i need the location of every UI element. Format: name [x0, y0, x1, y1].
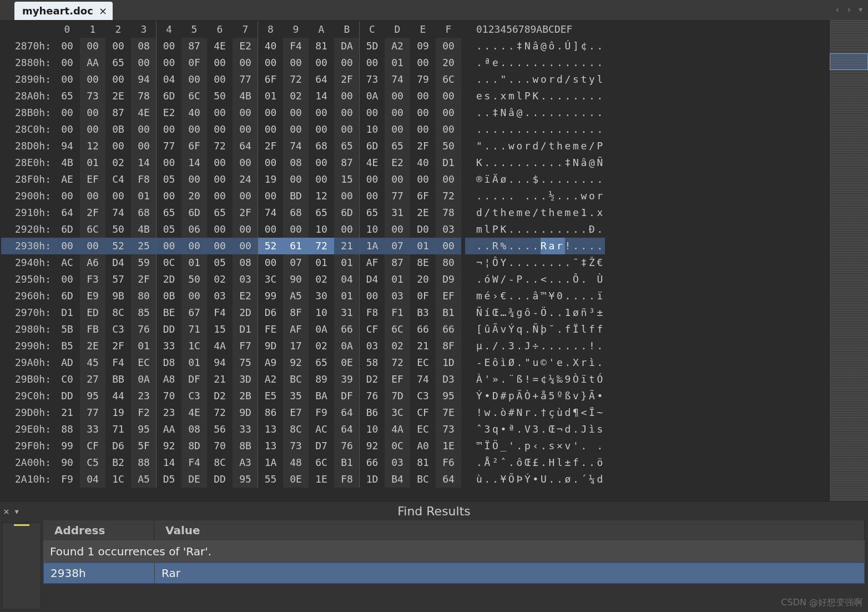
hex-row[interactable]: 2980h:5BFBC376DD7115D1FEAF0A66CF6C6666[û… — [1, 321, 829, 338]
hex-byte[interactable]: 66 — [334, 321, 360, 338]
find-close-icon[interactable]: × — [3, 505, 9, 517]
hex-byte[interactable]: 00 — [156, 54, 181, 71]
hex-byte[interactable]: 00 — [207, 188, 233, 204]
hex-byte[interactable]: 78 — [436, 204, 461, 221]
hex-byte[interactable]: 00 — [359, 171, 385, 188]
hex-byte[interactable]: 9D — [233, 404, 258, 421]
hex-byte[interactable]: 52 — [105, 238, 131, 254]
hex-byte[interactable]: 94 — [131, 71, 157, 88]
hex-byte[interactable]: 6D — [54, 288, 80, 304]
hex-byte[interactable]: 00 — [283, 221, 309, 238]
hex-byte[interactable]: 95 — [131, 421, 157, 438]
hex-byte[interactable]: 00 — [156, 188, 181, 204]
hex-byte[interactable]: 75 — [233, 354, 258, 371]
hex-byte[interactable]: 00 — [233, 221, 258, 238]
hex-byte[interactable]: 73 — [80, 88, 105, 104]
hex-byte[interactable]: 00 — [105, 188, 131, 204]
hex-byte[interactable]: 03 — [385, 288, 410, 304]
hex-byte[interactable]: 1D — [359, 471, 385, 488]
hex-byte[interactable]: 6D — [334, 204, 360, 221]
find-col-value[interactable]: Value — [154, 520, 865, 540]
hex-byte[interactable]: 21 — [207, 371, 233, 388]
hex-byte[interactable]: 00 — [54, 54, 80, 71]
hex-byte[interactable]: 00 — [283, 54, 309, 71]
hex-byte[interactable]: 23 — [131, 388, 157, 404]
hex-byte[interactable]: 00 — [156, 238, 181, 254]
hex-byte[interactable]: 08 — [233, 254, 258, 271]
hex-byte[interactable]: 2F — [233, 204, 258, 221]
hex-byte[interactable]: 19 — [258, 171, 283, 188]
hex-byte[interactable]: AC — [54, 254, 80, 271]
hex-byte[interactable]: 00 — [181, 238, 207, 254]
hex-byte[interactable]: 13 — [258, 421, 283, 438]
hex-byte[interactable]: 00 — [385, 121, 410, 138]
hex-byte[interactable]: 89 — [309, 371, 334, 388]
hex-byte[interactable]: 58 — [359, 354, 385, 371]
ascii-cell[interactable]: .....‡Nâ@ô.Ú]¢.. — [465, 38, 605, 54]
hex-byte[interactable]: 33 — [233, 421, 258, 438]
hex-byte[interactable]: D4 — [105, 254, 131, 271]
hex-byte[interactable]: 1C — [181, 338, 207, 354]
hex-byte[interactable]: BB — [105, 371, 131, 388]
hex-byte[interactable]: 4B — [131, 221, 157, 238]
hex-row[interactable]: 28C0h:00000B00000000000000000010000000..… — [1, 121, 829, 138]
hex-row[interactable]: 29F0h:99CFD65F928D708B1373D776920CA01E™Ï… — [1, 438, 829, 454]
hex-row[interactable]: 2930h:0000522500000000526172211A070100..… — [1, 238, 829, 254]
hex-byte[interactable]: 95 — [233, 471, 258, 488]
hex-byte[interactable]: 50 — [436, 138, 461, 154]
hex-byte[interactable]: 02 — [283, 88, 309, 104]
hex-row[interactable]: 29B0h:C027BB0AA8DF213DA2BC8939D2EF74D3À'… — [1, 371, 829, 388]
hex-byte[interactable]: 00 — [54, 271, 80, 288]
hex-byte[interactable]: 90 — [283, 271, 309, 288]
hex-row[interactable]: 28B0h:0000874EE24000000000000000000000..… — [1, 104, 829, 121]
hex-byte[interactable]: 00 — [359, 188, 385, 204]
hex-byte[interactable]: DD — [207, 471, 233, 488]
hex-byte[interactable]: B3 — [410, 304, 436, 321]
hex-byte[interactable]: 21 — [334, 238, 360, 254]
hex-byte[interactable]: 00 — [181, 121, 207, 138]
hex-byte[interactable]: 0E — [334, 354, 360, 371]
hex-byte[interactable]: 4E — [207, 38, 233, 54]
hex-byte[interactable]: 2F — [131, 271, 157, 288]
ascii-cell[interactable]: ..‡Nâ@.......... — [465, 104, 605, 121]
hex-byte[interactable]: A9 — [258, 354, 283, 371]
hex-byte[interactable]: 2F — [258, 138, 283, 154]
hex-row[interactable]: 29E0h:88337195AA085633138CAC64104AEC73ˆ3… — [1, 421, 829, 438]
hex-byte[interactable]: 31 — [385, 204, 410, 221]
hex-byte[interactable]: 01 — [131, 188, 157, 204]
hex-byte[interactable]: 2E — [410, 204, 436, 221]
hex-byte[interactable]: 2F — [410, 138, 436, 154]
hex-byte[interactable]: 77 — [80, 404, 105, 421]
hex-byte[interactable]: BC — [410, 471, 436, 488]
hex-byte[interactable]: 64 — [334, 404, 360, 421]
hex-byte[interactable]: 87 — [181, 38, 207, 54]
ascii-cell[interactable]: ÑíŒ…¾gô-Ö..1øñ³± — [465, 304, 605, 321]
hex-byte[interactable]: D5 — [156, 471, 181, 488]
hex-byte[interactable]: 00 — [410, 104, 436, 121]
hex-byte[interactable]: F4 — [207, 304, 233, 321]
hex-row[interactable]: 28F0h:AEEFC4F8050000241900001500000000®ï… — [1, 171, 829, 188]
hex-byte[interactable]: 65 — [359, 204, 385, 221]
hex-byte[interactable]: 00 — [131, 121, 157, 138]
hex-byte[interactable]: 20 — [410, 271, 436, 288]
hex-byte[interactable]: 14 — [309, 88, 334, 104]
hex-byte[interactable]: 00 — [309, 54, 334, 71]
hex-byte[interactable]: AF — [359, 254, 385, 271]
hex-byte[interactable]: 56 — [207, 421, 233, 438]
hex-byte[interactable]: 00 — [131, 54, 157, 71]
hex-byte[interactable]: 00 — [309, 121, 334, 138]
hex-byte[interactable]: 59 — [131, 254, 157, 271]
hex-byte[interactable]: 04 — [156, 71, 181, 88]
hex-byte[interactable]: 05 — [156, 221, 181, 238]
hex-byte[interactable]: 00 — [131, 138, 157, 154]
hex-byte[interactable]: F1 — [385, 304, 410, 321]
hex-byte[interactable]: 10 — [359, 221, 385, 238]
hex-byte[interactable]: E5 — [258, 388, 283, 404]
hex-byte[interactable]: 00 — [283, 121, 309, 138]
hex-row[interactable]: 2960h:6DE99B800B0003E299A5300100030FEFmé… — [1, 288, 829, 304]
hex-byte[interactable]: 00 — [80, 71, 105, 88]
hex-byte[interactable]: 00 — [54, 104, 80, 121]
hex-byte[interactable]: 00 — [410, 54, 436, 71]
hex-byte[interactable]: 14 — [181, 154, 207, 171]
nav-back-icon[interactable]: ‹ — [834, 3, 840, 15]
